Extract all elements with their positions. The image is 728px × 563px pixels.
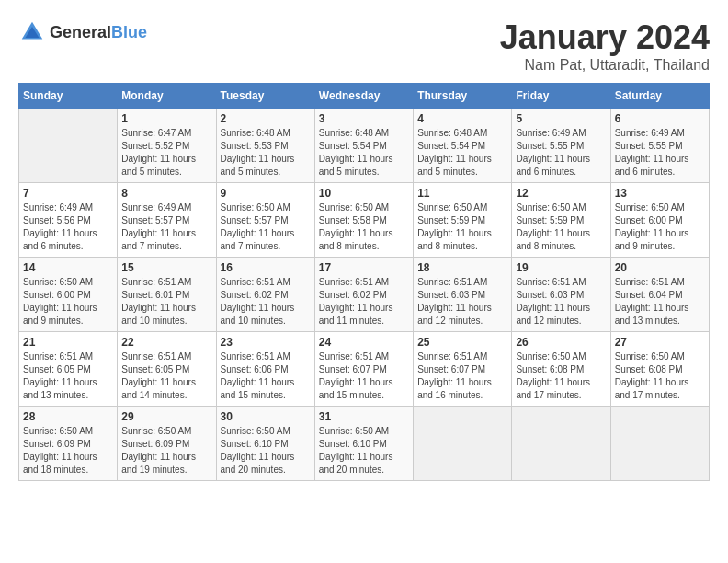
day-cell [19,109,118,183]
day-number: 17 [319,261,409,274]
day-number: 23 [221,336,311,349]
day-cell: 1Sunrise: 6:47 AM Sunset: 5:52 PM Daylig… [118,109,216,183]
day-cell: 23Sunrise: 6:51 AM Sunset: 6:06 PM Dayli… [216,332,314,407]
day-cell: 14Sunrise: 6:50 AM Sunset: 6:00 PM Dayli… [19,258,118,332]
day-header-monday: Monday [118,84,216,109]
day-number: 6 [615,112,705,125]
day-info: Sunrise: 6:51 AM Sunset: 6:06 PM Dayligh… [221,350,311,402]
day-cell: 21Sunrise: 6:51 AM Sunset: 6:05 PM Dayli… [19,332,118,407]
day-info: Sunrise: 6:51 AM Sunset: 6:03 PM Dayligh… [516,276,606,327]
day-info: Sunrise: 6:49 AM Sunset: 5:57 PM Dayligh… [121,201,211,253]
day-cell [610,407,709,481]
week-row-5: 28Sunrise: 6:50 AM Sunset: 6:09 PM Dayli… [19,407,710,481]
day-info: Sunrise: 6:49 AM Sunset: 5:55 PM Dayligh… [516,127,606,178]
calendar-table: SundayMondayTuesdayWednesdayThursdayFrid… [18,83,710,481]
day-info: Sunrise: 6:50 AM Sunset: 6:08 PM Dayligh… [615,350,705,402]
day-header-thursday: Thursday [414,84,512,109]
day-number: 27 [615,336,705,349]
day-number: 18 [417,261,507,274]
day-header-sunday: Sunday [19,84,118,109]
day-info: Sunrise: 6:50 AM Sunset: 6:00 PM Dayligh… [23,276,113,327]
day-info: Sunrise: 6:50 AM Sunset: 5:59 PM Dayligh… [516,201,606,253]
day-cell: 18Sunrise: 6:51 AM Sunset: 6:03 PM Dayli… [414,258,512,332]
day-number: 20 [615,261,705,274]
calendar-subtitle: Nam Pat, Uttaradit, Thailand [500,57,710,74]
day-cell: 3Sunrise: 6:48 AM Sunset: 5:54 PM Daylig… [314,109,413,183]
day-cell: 5Sunrise: 6:49 AM Sunset: 5:55 PM Daylig… [512,109,610,183]
day-cell: 6Sunrise: 6:49 AM Sunset: 5:55 PM Daylig… [610,109,709,183]
day-info: Sunrise: 6:51 AM Sunset: 6:03 PM Dayligh… [417,276,507,327]
day-info: Sunrise: 6:50 AM Sunset: 6:08 PM Dayligh… [516,350,606,402]
day-number: 3 [319,112,409,125]
day-cell: 7Sunrise: 6:49 AM Sunset: 5:56 PM Daylig… [19,183,118,258]
day-info: Sunrise: 6:49 AM Sunset: 5:56 PM Dayligh… [23,201,113,253]
day-number: 22 [121,336,211,349]
day-cell: 25Sunrise: 6:51 AM Sunset: 6:07 PM Dayli… [414,332,512,407]
day-number: 12 [516,187,606,200]
day-number: 25 [417,336,507,349]
day-info: Sunrise: 6:51 AM Sunset: 6:01 PM Dayligh… [121,276,211,327]
day-header-tuesday: Tuesday [216,84,314,109]
day-number: 31 [319,410,409,423]
day-info: Sunrise: 6:50 AM Sunset: 6:00 PM Dayligh… [615,201,705,253]
day-cell: 8Sunrise: 6:49 AM Sunset: 5:57 PM Daylig… [118,183,216,258]
day-number: 7 [23,187,113,200]
day-info: Sunrise: 6:51 AM Sunset: 6:05 PM Dayligh… [23,350,113,402]
day-number: 15 [121,261,211,274]
day-cell: 4Sunrise: 6:48 AM Sunset: 5:54 PM Daylig… [414,109,512,183]
day-number: 14 [23,261,113,274]
day-cell: 20Sunrise: 6:51 AM Sunset: 6:04 PM Dayli… [610,258,709,332]
day-cell: 28Sunrise: 6:50 AM Sunset: 6:09 PM Dayli… [19,407,118,481]
day-info: Sunrise: 6:51 AM Sunset: 6:07 PM Dayligh… [417,350,507,402]
day-number: 16 [221,261,311,274]
day-number: 28 [23,410,113,423]
day-cell: 24Sunrise: 6:51 AM Sunset: 6:07 PM Dayli… [314,332,413,407]
day-cell [414,407,512,481]
day-cell: 11Sunrise: 6:50 AM Sunset: 5:59 PM Dayli… [414,183,512,258]
day-number: 13 [615,187,705,200]
day-info: Sunrise: 6:50 AM Sunset: 6:09 PM Dayligh… [23,425,113,477]
day-cell [512,407,610,481]
day-number: 29 [121,410,211,423]
day-info: Sunrise: 6:51 AM Sunset: 6:02 PM Dayligh… [221,276,311,327]
day-cell: 16Sunrise: 6:51 AM Sunset: 6:02 PM Dayli… [216,258,314,332]
day-header-saturday: Saturday [610,84,709,109]
day-cell: 19Sunrise: 6:51 AM Sunset: 6:03 PM Dayli… [512,258,610,332]
header: GeneralBlue January 2024 Nam Pat, Uttara… [18,18,710,74]
day-cell: 31Sunrise: 6:50 AM Sunset: 6:10 PM Dayli… [314,407,413,481]
day-number: 4 [417,112,507,125]
logo-icon [18,18,46,46]
day-info: Sunrise: 6:47 AM Sunset: 5:52 PM Dayligh… [121,127,211,178]
day-info: Sunrise: 6:51 AM Sunset: 6:04 PM Dayligh… [615,276,705,327]
day-info: Sunrise: 6:50 AM Sunset: 6:10 PM Dayligh… [319,425,409,477]
day-info: Sunrise: 6:50 AM Sunset: 6:09 PM Dayligh… [121,425,211,477]
day-info: Sunrise: 6:48 AM Sunset: 5:54 PM Dayligh… [417,127,507,178]
week-row-4: 21Sunrise: 6:51 AM Sunset: 6:05 PM Dayli… [19,332,710,407]
day-number: 5 [516,112,606,125]
day-number: 1 [121,112,211,125]
day-info: Sunrise: 6:51 AM Sunset: 6:02 PM Dayligh… [319,276,409,327]
day-info: Sunrise: 6:50 AM Sunset: 5:59 PM Dayligh… [417,201,507,253]
day-cell: 15Sunrise: 6:51 AM Sunset: 6:01 PM Dayli… [118,258,216,332]
day-cell: 13Sunrise: 6:50 AM Sunset: 6:00 PM Dayli… [610,183,709,258]
day-info: Sunrise: 6:51 AM Sunset: 6:07 PM Dayligh… [319,350,409,402]
day-info: Sunrise: 6:51 AM Sunset: 6:05 PM Dayligh… [121,350,211,402]
day-number: 30 [221,410,311,423]
days-header-row: SundayMondayTuesdayWednesdayThursdayFrid… [19,84,710,109]
calendar-title: January 2024 [500,18,710,57]
day-cell: 9Sunrise: 6:50 AM Sunset: 5:57 PM Daylig… [216,183,314,258]
day-info: Sunrise: 6:49 AM Sunset: 5:55 PM Dayligh… [615,127,705,178]
day-info: Sunrise: 6:48 AM Sunset: 5:53 PM Dayligh… [221,127,311,178]
day-cell: 10Sunrise: 6:50 AM Sunset: 5:58 PM Dayli… [314,183,413,258]
day-cell: 17Sunrise: 6:51 AM Sunset: 6:02 PM Dayli… [314,258,413,332]
week-row-3: 14Sunrise: 6:50 AM Sunset: 6:00 PM Dayli… [19,258,710,332]
day-number: 21 [23,336,113,349]
day-cell: 2Sunrise: 6:48 AM Sunset: 5:53 PM Daylig… [216,109,314,183]
logo: GeneralBlue [18,18,147,46]
day-info: Sunrise: 6:50 AM Sunset: 6:10 PM Dayligh… [221,425,311,477]
week-row-1: 1Sunrise: 6:47 AM Sunset: 5:52 PM Daylig… [19,109,710,183]
day-cell: 27Sunrise: 6:50 AM Sunset: 6:08 PM Dayli… [610,332,709,407]
day-header-friday: Friday [512,84,610,109]
day-number: 10 [319,187,409,200]
day-info: Sunrise: 6:50 AM Sunset: 5:58 PM Dayligh… [319,201,409,253]
